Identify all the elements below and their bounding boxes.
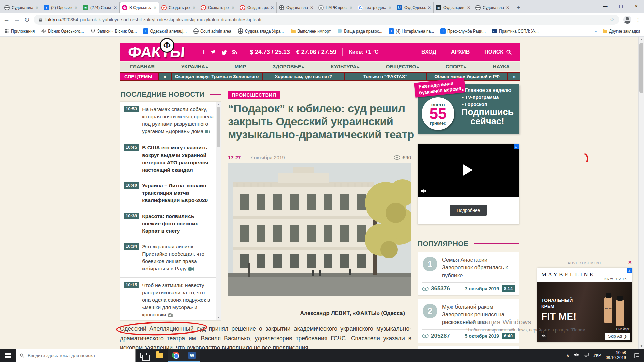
spec-topic[interactable]: Только в "ФАКТАХ" [345,73,426,80]
bookmark[interactable]: fПрес-служба Ради... [440,28,486,34]
spec-prev-arrow[interactable]: « [159,73,171,80]
tab-close-icon[interactable]: ✕ [114,5,117,10]
tab[interactable]: rСоздать рез✕ [237,2,277,13]
nav-science[interactable]: НАУКА [493,64,510,69]
tab-active[interactable]: ФВ Одессе за✕ [120,2,159,13]
video-ad-player[interactable]: ▸ [418,144,519,197]
language-indicator[interactable]: УКР [593,353,601,358]
news-text[interactable]: Это «красная линия»: Пристайко пообещал,… [142,244,204,272]
word-button[interactable]: W [184,349,200,362]
back-button[interactable]: ← [3,16,10,23]
bookmark[interactable]: f(4) Нотаріальна па... [389,28,434,34]
adchoices-icon[interactable]: ⓘ [627,268,632,273]
bookmark[interactable]: ЄСПрактика ЄСПЛ: Ук... [492,28,539,34]
mute-icon[interactable] [539,331,547,340]
news-text[interactable]: Украина – Литва: онлайн-трансляция матча… [142,183,208,203]
bookmark[interactable]: Записи « Вісник Од... [90,28,137,34]
bookmark-apps[interactable]: Приложения [4,28,35,34]
bookmarks-overflow-chevron[interactable]: » [594,28,597,34]
bookmark-star-icon[interactable]: ☆ [610,17,614,23]
mute-icon[interactable] [421,189,426,195]
nav-main[interactable]: ГЛАВНАЯ [130,64,155,69]
taskbar-search-input[interactable] [28,353,132,358]
archive-link[interactable]: АРХИВ [451,49,470,55]
subscribe-widget[interactable]: Еженедельнаябумажная версия всего 55 грн… [418,84,519,134]
nav-sport[interactable]: СПОРТ [446,64,466,69]
address-bar[interactable]: fakty.ua/320354-podarok-k-yubileyu-sud-r… [34,15,619,25]
site-logo[interactable]: ФАКТЫ [127,44,185,60]
tab[interactable]: Gтеатр одеса✕ [355,2,394,13]
close-button[interactable]: ✕ [629,0,644,12]
tab[interactable]: rСоздать рез✕ [198,2,237,13]
bookmark-folder[interactable]: Выполнен импорт [290,28,331,34]
news-list-scrollbar[interactable]: ▲ ▼ [216,102,221,320]
news-item[interactable]: 10:40Украина – Литва: онлайн-трансляция … [120,178,216,208]
news-text[interactable]: Чтоб не затмили: невесту раскритиковали … [142,282,210,317]
tab-close-icon[interactable]: ✕ [74,5,78,10]
spec-topic[interactable]: Обмен между Украиной и РФ [427,73,507,80]
tab-close-icon[interactable]: ✕ [388,5,392,10]
new-tab-button[interactable]: + [514,3,523,12]
scroll-up-arrow[interactable]: ▲ [217,103,220,106]
scroll-up-arrow[interactable]: ▲ [640,38,643,41]
news-text[interactable]: На Багамах спасли собаку, которая почти … [142,106,214,134]
news-item[interactable]: 10:53На Багамах спасли собаку, которая п… [120,102,216,140]
news-item[interactable]: 10:39Красота: появились свежие фото осен… [120,208,216,239]
bookmark[interactable]: Вища рада правос... [337,28,382,34]
maximize-button[interactable]: ▢ [613,0,629,12]
nav-world[interactable]: МИР [235,64,246,69]
tray-chevron-icon[interactable]: ∧ [566,353,570,358]
bookmark[interactable]: Судова влада Укра... [238,28,284,34]
other-bookmarks-folder[interactable]: Другие закладки [602,28,640,34]
nav-society[interactable]: ОБЩЕСТВО [386,64,419,69]
volume-icon[interactable] [574,352,579,358]
menu-kebab-icon[interactable]: ⋮ [635,17,641,23]
file-explorer-button[interactable] [152,349,168,362]
skip-ad-button[interactable]: Skip Ad❯ [605,333,630,340]
tab[interactable]: ◉ПАРЄ проси✕ [316,2,355,13]
chrome-button[interactable] [168,349,184,362]
forward-button[interactable]: → [14,16,20,23]
page-scrollbar[interactable]: ▲ ▼ [638,37,644,349]
news-text[interactable]: В США его могут казнить: вокруг выдачи У… [142,145,209,173]
tab-close-icon[interactable]: ✕ [192,5,196,10]
tab[interactable]: Судова влад✕ [2,2,41,13]
bookmark[interactable]: Вісник Одеського... [41,28,84,34]
search-link[interactable]: ПОИСК [484,49,512,55]
news-item[interactable]: 10:45В США его могут казнить: вокруг выд… [120,140,216,178]
tab[interactable]: f(2) Одеськи✕ [41,2,80,13]
tab[interactable]: UСуд Одессы✕ [394,2,434,13]
task-view-button[interactable] [136,349,152,362]
login-link[interactable]: ВХОД [421,49,436,55]
nav-culture[interactable]: КУЛЬТУРА [331,64,359,69]
video-ad[interactable]: ▸ Подробнее [418,144,519,224]
facebook-icon[interactable]: f [203,49,205,56]
twitter-icon[interactable] [221,50,227,55]
bookmark[interactable]: Court admin area [193,28,231,34]
reload-button[interactable]: ↻ [24,16,30,24]
play-icon[interactable] [463,164,473,176]
spec-topic[interactable]: Скандал вокруг Трампа и Зеленского [172,73,262,80]
tab[interactable]: Судова вла✕ [473,2,512,13]
minimize-button[interactable]: — [598,0,613,12]
tab-close-icon[interactable]: ✕ [271,5,274,10]
tray-clock[interactable]: 10:5808.10.2019 [606,350,626,360]
telegram-icon[interactable] [210,49,216,55]
article-category-badge[interactable]: ПРОИСШЕСТВИЯ [228,91,280,99]
spec-topic[interactable]: Хорошо там, где нас нет? [263,73,344,80]
tab[interactable]: Судова вла✕ [277,2,316,13]
tab-close-icon[interactable]: ✕ [153,5,157,10]
tab-close-icon[interactable]: ✕ [428,5,431,10]
news-item[interactable]: 10:34Это «красная линия»: Пристайко пооб… [120,239,216,278]
profile-avatar[interactable] [623,16,631,24]
start-button[interactable] [0,349,16,362]
bookmark[interactable]: fОдеський апеляці... [143,28,186,34]
scrollbar-thumb[interactable] [639,43,643,93]
adchoices-icon[interactable]: ▸ [514,144,519,149]
spec-next-arrow[interactable]: » [508,73,520,80]
nav-health[interactable]: ЗДОРОВЬЕ [273,64,304,69]
notification-center-icon[interactable] [631,349,642,362]
subscribe-cta[interactable]: Подпишисьсейчас! [457,107,518,126]
scroll-down-arrow[interactable]: ▼ [217,316,220,319]
news-text[interactable]: Красота: появились свежие фото осенних К… [142,213,198,234]
